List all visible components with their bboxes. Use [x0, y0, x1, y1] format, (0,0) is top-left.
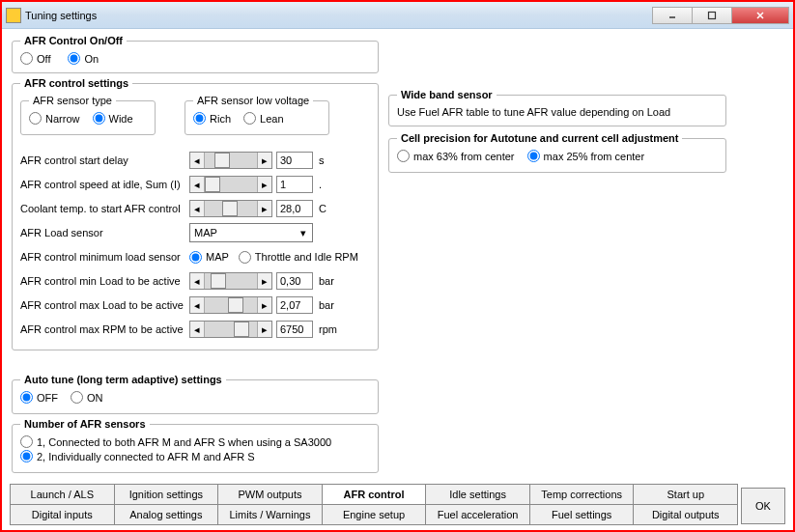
row-max-load: AFR control max Load to be active ◂ ▸ ba… — [20, 294, 370, 316]
afr-settings-group: AFR control settings AFR sensor type Nar… — [12, 77, 379, 350]
tab-fuel-settings[interactable]: Fuel settings — [529, 504, 635, 525]
precision-25-radio[interactable]: max 25% from center — [527, 150, 645, 162]
max-load-value[interactable] — [276, 296, 313, 314]
tab-fuel-acceleration[interactable]: Fuel acceleration — [425, 504, 530, 525]
tab-idle-settings[interactable]: Idle settings — [425, 484, 530, 505]
tab-digital-inputs[interactable]: Digital inputs — [10, 504, 115, 525]
start-delay-label: AFR control start delay — [20, 154, 189, 166]
close-button[interactable] — [731, 7, 789, 24]
chevron-left-icon[interactable]: ◂ — [190, 153, 204, 168]
afr-on-radio[interactable]: On — [68, 52, 99, 65]
idle-speed-value[interactable] — [276, 176, 313, 193]
mls-throttle-radio[interactable]: Throttle and Idle RPM — [239, 251, 358, 264]
load-sensor-value: MAP — [194, 227, 217, 238]
sensor-wide-radio[interactable]: Wide — [93, 112, 133, 125]
afr-onoff-legend: AFR Control On/Off — [20, 35, 127, 46]
autotune-on-radio[interactable]: ON — [71, 391, 103, 404]
start-delay-unit: s — [319, 154, 342, 166]
titlebar: Tuning settings — [2, 2, 793, 29]
idle-speed-label: AFR control speed at idle, Sum (I) — [20, 179, 189, 190]
chevron-right-icon[interactable]: ▸ — [258, 273, 271, 289]
cell-precision-legend: Cell precision for Autotune and current … — [397, 132, 682, 144]
row-load-sensor: AFR Load sensor MAP ▾ — [20, 222, 370, 243]
afr-low-voltage-legend: AFR sensor low voltage — [193, 95, 313, 106]
tab-row-1: Launch / ALS Ignition settings PWM outpu… — [10, 484, 737, 505]
max-load-label: AFR control max Load to be active — [20, 299, 189, 311]
lowv-rich-radio[interactable]: Rich — [193, 112, 231, 125]
afr-off-radio[interactable]: Off — [20, 52, 50, 65]
sensor-narrow-radio[interactable]: Narrow — [29, 112, 79, 125]
chevron-right-icon[interactable]: ▸ — [258, 297, 271, 313]
max-load-unit: bar — [319, 299, 342, 311]
min-load-label: AFR control min Load to be active — [20, 275, 189, 287]
coolant-slider[interactable]: ◂ ▸ — [189, 200, 272, 217]
right-column: Wide band sensor Use Fuel AFR table to t… — [388, 89, 726, 179]
row-idle-speed: AFR control speed at idle, Sum (I) ◂ ▸ . — [20, 174, 370, 195]
num-sensors-group: Number of AFR sensors 1, Connected to bo… — [12, 418, 379, 473]
coolant-label: Coolant temp. to start AFR control — [20, 203, 189, 214]
cell-precision-group: Cell precision for Autotune and current … — [388, 132, 726, 173]
tab-limits-warnings[interactable]: Limits / Warnings — [217, 504, 323, 525]
chevron-left-icon[interactable]: ◂ — [190, 297, 204, 313]
row-start-delay: AFR control start delay ◂ ▸ s — [20, 150, 370, 171]
tab-afr-control[interactable]: AFR control — [322, 484, 427, 505]
max-rpm-slider[interactable]: ◂ ▸ — [189, 321, 272, 338]
afr-sensor-type-group: AFR sensor type Narrow Wide — [20, 95, 156, 135]
row-min-load-sensor: AFR control minimum load sensor MAP Thro… — [20, 246, 370, 267]
tuning-settings-window: Tuning settings AFR Control On/Off Off O… — [0, 0, 795, 532]
chevron-down-icon: ▾ — [297, 226, 310, 239]
wide-band-text: Use Fuel AFR table to tune AFR value dep… — [397, 106, 670, 118]
autotune-off-radio[interactable]: OFF — [20, 391, 58, 404]
mls-map-radio[interactable]: MAP — [189, 251, 229, 264]
min-load-value[interactable] — [276, 272, 313, 290]
min-load-sensor-label: AFR control minimum load sensor — [20, 251, 189, 263]
autotune-group: Auto tune (long term adaptive) settings … — [12, 374, 379, 414]
left-column: AFR Control On/Off Off On AFR control se… — [12, 35, 379, 477]
wide-band-legend: Wide band sensor — [397, 89, 497, 100]
tab-ignition-settings[interactable]: Ignition settings — [114, 484, 219, 505]
idle-speed-slider[interactable]: ◂ ▸ — [189, 176, 272, 193]
chevron-left-icon[interactable]: ◂ — [190, 273, 204, 289]
afr-sensor-type-legend: AFR sensor type — [29, 95, 116, 106]
maximize-button[interactable] — [692, 7, 732, 24]
tab-start-up[interactable]: Start up — [633, 484, 738, 505]
chevron-right-icon[interactable]: ▸ — [258, 153, 271, 168]
chevron-left-icon[interactable]: ◂ — [190, 322, 204, 337]
afr-onoff-group: AFR Control On/Off Off On — [12, 35, 379, 73]
start-delay-slider[interactable]: ◂ ▸ — [189, 152, 272, 169]
max-load-slider[interactable]: ◂ ▸ — [189, 296, 272, 314]
chevron-left-icon[interactable]: ◂ — [190, 177, 204, 192]
wide-band-group: Wide band sensor Use Fuel AFR table to t… — [388, 89, 726, 126]
afr-settings-legend: AFR control settings — [20, 77, 132, 89]
chevron-right-icon[interactable]: ▸ — [258, 177, 271, 192]
row-min-load: AFR control min Load to be active ◂ ▸ ba… — [20, 270, 370, 292]
row-max-rpm: AFR control max RPM to be active ◂ ▸ rpm — [20, 319, 370, 340]
tab-digital-outputs[interactable]: Digital outputs — [633, 504, 738, 525]
ok-button[interactable]: OK — [741, 488, 785, 524]
tab-engine-setup[interactable]: Engine setup — [322, 504, 427, 525]
window-title: Tuning settings — [25, 10, 653, 21]
chevron-left-icon[interactable]: ◂ — [190, 201, 204, 216]
chevron-right-icon[interactable]: ▸ — [258, 322, 271, 337]
max-rpm-unit: rpm — [319, 323, 342, 335]
num-sensors-2-radio[interactable]: 2, Individually connected to AFR M and A… — [20, 450, 255, 462]
coolant-value[interactable] — [276, 200, 313, 217]
min-load-slider[interactable]: ◂ ▸ — [189, 272, 272, 290]
start-delay-value[interactable] — [276, 152, 313, 169]
minimize-button[interactable] — [652, 7, 693, 24]
lowv-lean-radio[interactable]: Lean — [243, 112, 283, 125]
tabs-area: Launch / ALS Ignition settings PWM outpu… — [10, 484, 785, 524]
tab-analog-settings[interactable]: Analog settings — [114, 504, 219, 525]
tab-temp-corrections[interactable]: Temp corrections — [529, 484, 635, 505]
max-rpm-value[interactable] — [276, 321, 313, 338]
min-load-unit: bar — [319, 275, 342, 287]
num-sensors-1-radio[interactable]: 1, Connected to both AFR M and AFR S whe… — [20, 435, 331, 448]
afr-low-voltage-group: AFR sensor low voltage Rich Lean — [185, 95, 329, 135]
precision-63-radio[interactable]: max 63% from center — [397, 150, 515, 162]
svg-rect-0 — [709, 12, 716, 18]
chevron-right-icon[interactable]: ▸ — [258, 201, 271, 216]
load-sensor-dropdown[interactable]: MAP ▾ — [189, 223, 313, 242]
tab-launch-als[interactable]: Launch / ALS — [10, 484, 115, 505]
tab-pwm-outputs[interactable]: PWM outputs — [217, 484, 323, 505]
coolant-unit: C — [319, 203, 342, 214]
